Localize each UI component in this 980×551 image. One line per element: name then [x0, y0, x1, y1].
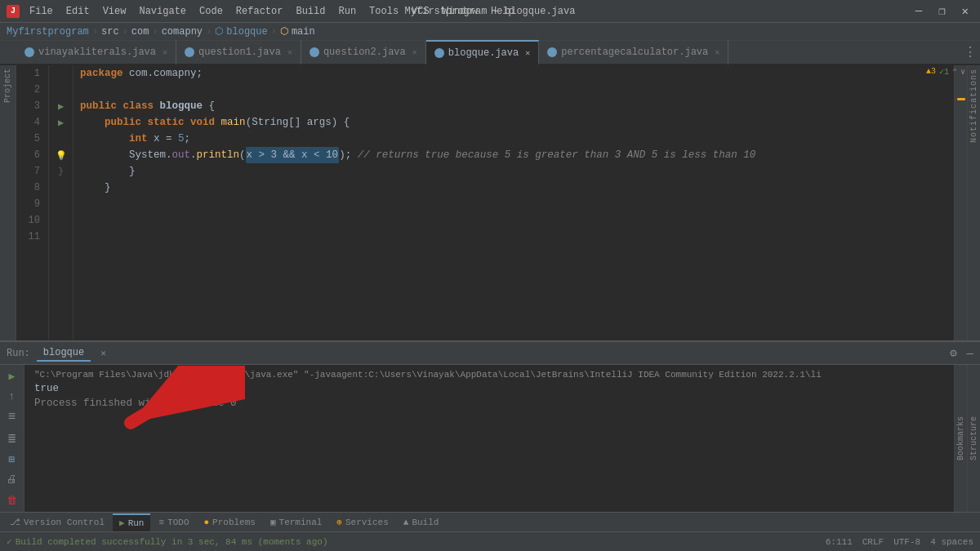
line-num-4: 4: [20, 114, 45, 131]
run-result-output: true: [34, 383, 944, 394]
tabs-overflow-button[interactable]: ⋮: [964, 44, 977, 60]
gutter-4[interactable]: ▶: [49, 114, 73, 131]
services-label: Services: [345, 518, 389, 527]
method-println: println: [197, 147, 240, 163]
menu-code[interactable]: Code: [194, 4, 228, 19]
editor-scrollbar[interactable]: ▲3 ✓1 ⌃ ∨: [954, 65, 967, 340]
menu-run[interactable]: Run: [333, 4, 361, 19]
run-tab-close[interactable]: ✕: [100, 348, 106, 358]
tab-question1[interactable]: question1.java ✕: [176, 40, 301, 64]
bottom-tab-todo[interactable]: ≡ TODO: [152, 513, 195, 531]
structure-label[interactable]: Structure: [969, 416, 978, 460]
notifications-label[interactable]: Notifications: [969, 69, 978, 143]
build-status: Build completed successfully in 3 sec, 8…: [16, 537, 328, 547]
menu-refactor[interactable]: Refactor: [231, 4, 288, 19]
breadcrumb-com[interactable]: com: [131, 26, 149, 38]
tab-label: blogque.java: [448, 47, 519, 59]
keyword: class: [123, 98, 154, 114]
menu-tools[interactable]: Tools: [364, 4, 403, 19]
comment: // returns true because 5 is greater tha…: [358, 147, 756, 163]
breadcrumb-src[interactable]: src: [101, 26, 119, 38]
bottom-tab-build[interactable]: ▲ Build: [397, 513, 446, 531]
expand-icon[interactable]: ∨: [960, 67, 965, 77]
maximize-button[interactable]: ❐: [933, 2, 950, 20]
bulb-icon[interactable]: 💡: [56, 150, 67, 161]
app-logo: J: [7, 5, 20, 18]
class-name: blogque: [160, 98, 203, 114]
run-tab-blogque[interactable]: blogque: [37, 345, 91, 362]
bottom-tab-terminal[interactable]: ▣ Terminal: [264, 513, 328, 531]
bottom-tab-version-control[interactable]: ⎇ Version Control: [3, 513, 111, 531]
ok-badge: ✓1: [939, 67, 949, 77]
run-indent-icon[interactable]: ≣: [3, 430, 21, 447]
menu-view[interactable]: View: [98, 4, 131, 19]
indent[interactable]: 4 spaces: [930, 537, 973, 547]
tab-blogque[interactable]: blogque.java ✕: [426, 40, 539, 64]
menu-build[interactable]: Build: [291, 4, 330, 19]
gutter-11: [49, 229, 73, 245]
gutter-3[interactable]: ▶: [49, 98, 73, 114]
bottom-tab-problems[interactable]: ● Problems: [197, 513, 261, 531]
run-active-button[interactable]: ⊞: [3, 451, 21, 467]
breadcrumb-blogque-icon: ⬡: [215, 25, 223, 38]
code-editor[interactable]: package com.comapny; public class blogqu…: [74, 65, 954, 340]
gutter-8: [49, 180, 73, 196]
project-label[interactable]: Project: [3, 69, 12, 103]
cursor-position[interactable]: 6:111: [826, 537, 853, 547]
run-arrow-icon[interactable]: ▶: [58, 117, 64, 129]
run-right-sidebar2: Structure: [967, 365, 980, 512]
minimize-button[interactable]: —: [911, 2, 927, 20]
line-num-2: 2: [20, 82, 45, 98]
window-controls[interactable]: — ❐ ✕: [911, 2, 973, 20]
problems-icon: ●: [203, 518, 209, 527]
run-settings-icon[interactable]: ⚙: [950, 346, 956, 360]
run-print-button[interactable]: 🖨: [3, 472, 21, 487]
encoding[interactable]: UTF-8: [893, 537, 920, 547]
run-icon: ▶: [119, 518, 125, 528]
code-line-7: }: [80, 163, 947, 180]
tab-close[interactable]: ✕: [525, 48, 530, 58]
bottom-tab-run[interactable]: ▶ Run: [113, 513, 150, 531]
breadcrumb-main[interactable]: main: [292, 26, 315, 38]
breadcrumb-blogque[interactable]: blogque: [226, 26, 267, 38]
close-button[interactable]: ✕: [957, 2, 973, 20]
bottom-tab-services[interactable]: ⊕ Services: [330, 513, 394, 531]
run-collapse-icon[interactable]: —: [967, 347, 973, 360]
menu-navigate[interactable]: Navigate: [134, 4, 191, 19]
java-file-icon: [24, 47, 34, 57]
java-file-icon: [547, 47, 557, 57]
tab-percentagecalculator[interactable]: percentagecalculator.java ✕: [539, 40, 728, 64]
build-icon: ▲: [403, 518, 409, 527]
tabs-bar: vinayakliterals.java ✕ question1.java ✕ …: [0, 41, 980, 65]
breadcrumb-project[interactable]: Myfirstprogram: [7, 26, 89, 38]
bookmarks-label[interactable]: Bookmarks: [956, 416, 965, 460]
tab-close[interactable]: ✕: [715, 47, 719, 57]
version-control-label: Version Control: [24, 518, 105, 527]
gutter-icons: ▶ ▶ 💡 }: [49, 65, 74, 340]
notifications-sidebar: Notifications: [967, 65, 980, 340]
tab-close[interactable]: ✕: [163, 47, 167, 57]
run-list-icon[interactable]: ≡: [3, 410, 21, 425]
run-scroll-up-button[interactable]: ↑: [3, 389, 21, 404]
breadcrumb-comapny[interactable]: comapny: [162, 26, 203, 38]
code-line-8: }: [80, 180, 947, 196]
terminal-icon: ▣: [270, 517, 276, 527]
menu-file[interactable]: File: [24, 4, 58, 19]
gutter-5: [49, 131, 73, 147]
terminal-label: Terminal: [279, 518, 323, 527]
gutter-6[interactable]: 💡: [49, 147, 73, 163]
line-ending[interactable]: CRLF: [862, 537, 884, 547]
run-arrow-icon[interactable]: ▶: [58, 100, 64, 113]
code-line-6: System.out.println(x > 3 && x < 10); // …: [80, 147, 947, 163]
fold-icon[interactable]: }: [58, 167, 64, 176]
tab-close[interactable]: ✕: [287, 47, 292, 57]
line-num-3: 3: [20, 98, 45, 114]
run-play-button[interactable]: ▶: [3, 368, 21, 384]
tab-vinayakliterals[interactable]: vinayakliterals.java ✕: [16, 40, 176, 64]
editor-section: Project 1 2 3 4 5 6 7 8 9 10 11 ▶: [0, 65, 980, 340]
tab-close[interactable]: ✕: [412, 47, 417, 57]
run-stop-button[interactable]: 🗑: [3, 493, 21, 509]
tab-question2[interactable]: question2.java ✕: [301, 40, 426, 64]
menu-edit[interactable]: Edit: [61, 4, 95, 19]
sort-icon[interactable]: ⌃: [952, 67, 957, 77]
